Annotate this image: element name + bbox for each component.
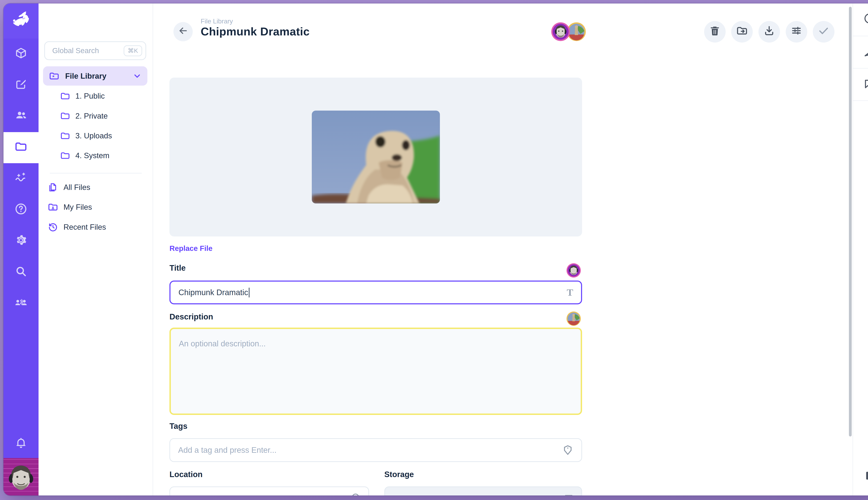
module-settings[interactable] [3, 226, 38, 257]
tag-icon [562, 444, 573, 456]
comments-button[interactable] [853, 69, 868, 101]
delete-button[interactable] [704, 21, 726, 43]
sidebar-folder-system[interactable]: 4. System [43, 146, 147, 166]
main-scrollbar-thumb[interactable] [849, 7, 852, 436]
main-scrollbar-track[interactable] [848, 3, 853, 496]
bell-icon [15, 436, 27, 451]
presence-avatar-user[interactable] [551, 22, 570, 41]
folder-label: 1. Public [75, 92, 105, 100]
back-button[interactable] [173, 22, 193, 41]
history-icon [48, 222, 58, 232]
clipboard-clock-icon [863, 469, 868, 484]
sidebar-folder-private[interactable]: 2. Private [43, 106, 147, 126]
link-label: Recent Files [64, 223, 106, 231]
info-icon [864, 12, 868, 26]
directus-logo[interactable] [3, 3, 38, 38]
folder-icon [60, 111, 70, 121]
notifications-button[interactable]: 1 [853, 36, 868, 69]
module-help[interactable] [3, 194, 38, 226]
module-editor[interactable] [3, 70, 38, 101]
arrow-left-icon [178, 25, 189, 38]
link-label: All Files [64, 183, 90, 192]
sidebar-item-recent-files[interactable]: Recent Files [43, 217, 147, 237]
right-sidebar: 1 [853, 3, 868, 496]
folder-icon [14, 140, 27, 155]
title-input-value: Chipmunk Dramatic [179, 288, 248, 297]
sidebar-item-all-files[interactable]: All Files [43, 178, 147, 197]
module-insights[interactable] [3, 163, 38, 194]
pink-ring-user-avatar [551, 22, 570, 41]
chevron-down-icon[interactable] [133, 71, 142, 80]
file-preview-panel[interactable] [169, 78, 582, 236]
text-cursor [249, 288, 250, 297]
folder-label: 2. Private [75, 112, 107, 120]
page-title: Chipmunk Dramatic [201, 25, 310, 38]
move-to-folder-button[interactable] [731, 21, 753, 43]
edit-square-icon [15, 78, 27, 92]
users-icon [14, 109, 27, 124]
header-actions [704, 21, 834, 43]
title-input[interactable]: Chipmunk Dramatic T [169, 281, 582, 304]
folder-icon [60, 131, 70, 141]
trash-icon [709, 25, 720, 38]
sidebar-item-my-files[interactable]: My Files [43, 197, 147, 217]
description-field-label: Description [169, 312, 213, 321]
sidebar-item-file-library[interactable]: File Library [43, 66, 147, 86]
tags-input[interactable]: Add a tag and press Enter... [169, 438, 582, 462]
sidebar-folder-public[interactable]: 1. Public [43, 86, 147, 106]
description-textarea[interactable]: An optional description... [169, 328, 582, 415]
title-icon: T [567, 287, 573, 298]
module-bar [3, 3, 38, 496]
folder-person-icon [48, 202, 58, 213]
search-icon [15, 265, 27, 280]
gear-icon [14, 234, 27, 249]
dramatic-chipmunk-photo [312, 111, 440, 204]
tags-placeholder: Add a tag and press Enter... [178, 446, 276, 455]
module-users[interactable] [3, 101, 38, 132]
file-info-button[interactable] [853, 3, 868, 36]
module-file-library[interactable] [3, 132, 38, 163]
current-user-avatar[interactable] [3, 458, 38, 496]
download-icon [764, 25, 775, 38]
tune-icon [791, 25, 802, 38]
man-with-headphones-avatar [6, 461, 36, 494]
breadcrumb[interactable]: File Library [201, 18, 233, 25]
module-content[interactable] [3, 38, 38, 70]
module-bar-spacer [3, 319, 38, 430]
folder-star-icon [49, 71, 59, 81]
description-editing-avatar [566, 311, 581, 326]
folder-label: 3. Uploads [75, 132, 112, 140]
folder-label: 4. System [75, 151, 110, 160]
edit-details-button[interactable] [786, 21, 807, 43]
revisions-button[interactable] [853, 463, 868, 491]
module-search[interactable] [3, 257, 38, 288]
sidebar-divider [853, 100, 868, 101]
box-icon [15, 47, 27, 61]
location-field-label: Location [169, 470, 203, 479]
directus-app-window: Global Search ⌘K File Library 1. Public [3, 3, 868, 496]
tags-field-label: Tags [169, 422, 187, 431]
sidebar-item-label: File Library [65, 72, 106, 80]
location-pin-icon [350, 493, 361, 496]
notifications-bell-button[interactable] [3, 430, 38, 458]
global-search-input[interactable]: Global Search ⌘K [44, 41, 146, 60]
check-icon [818, 25, 830, 39]
storage-input-disabled [384, 487, 582, 496]
save-button[interactable] [813, 21, 834, 43]
folder-icon [60, 150, 70, 161]
sidebar-folder-uploads[interactable]: 3. Uploads [43, 126, 147, 146]
module-translations[interactable] [3, 288, 38, 319]
interpreter-icon [14, 296, 28, 311]
main-content: File Library Chipmunk Dramatic [153, 3, 848, 496]
help-icon [14, 202, 27, 217]
link-label: My Files [64, 203, 92, 212]
storage-field-label: Storage [384, 470, 414, 479]
rabbit-icon [9, 8, 33, 34]
replace-file-link[interactable]: Replace File [169, 244, 213, 253]
notifications-icon: 1 [863, 46, 868, 59]
location-input[interactable] [169, 487, 369, 496]
folder-move-icon [736, 25, 748, 39]
nav-sidebar: Global Search ⌘K File Library 1. Public [38, 3, 153, 496]
title-editing-avatar [566, 263, 581, 278]
download-button[interactable] [758, 21, 780, 43]
